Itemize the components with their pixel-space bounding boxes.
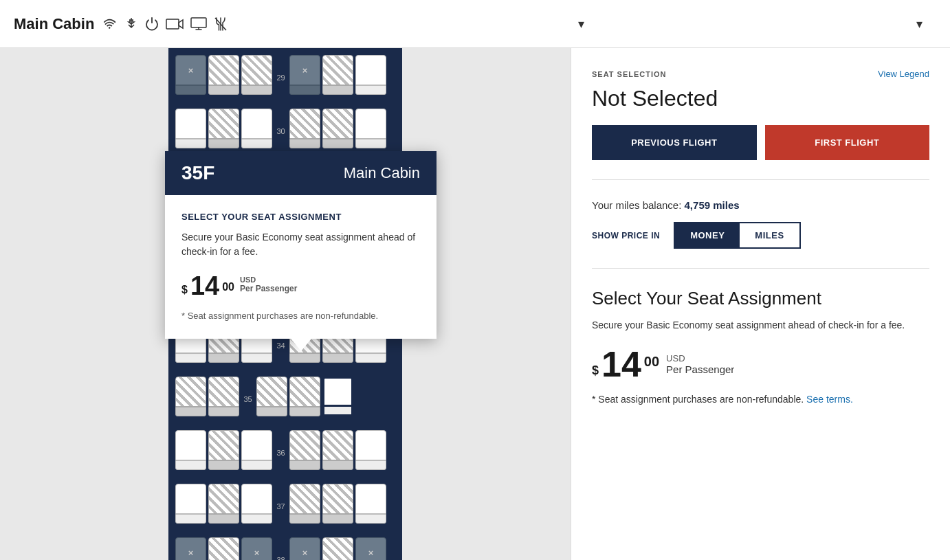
seats-right-30 (289, 109, 386, 148)
right-price-per: Per Passenger (666, 363, 734, 375)
svg-rect-0 (166, 19, 179, 29)
popup-price-cents: 00 (222, 281, 234, 293)
see-terms-link[interactable]: See terms. (806, 394, 853, 405)
seats-left-30 (175, 109, 272, 148)
seat-row-37: 37 (168, 477, 402, 530)
popup-description: Secure your Basic Economy seat assignmen… (181, 230, 420, 259)
show-price-label: SHOW PRICE IN (592, 231, 660, 240)
seat-map-container[interactable]: × 29 × (0, 48, 571, 560)
seat-35f[interactable] (322, 377, 353, 416)
seat-row-36: 36 (168, 423, 402, 477)
usb-icon (124, 16, 138, 32)
seat-36e[interactable] (322, 430, 353, 470)
seat-36c[interactable] (241, 430, 272, 470)
seat-37d[interactable] (289, 484, 320, 524)
seat-selection-label: SEAT SELECTION (592, 70, 667, 78)
miles-balance-value: 4,759 miles (685, 199, 740, 211)
popup-currency: USD (240, 276, 297, 284)
seat-38b[interactable] (208, 537, 239, 560)
seat-37e[interactable] (322, 484, 353, 524)
seat-36b[interactable] (208, 430, 239, 470)
seat-row-30: 30 (168, 102, 402, 155)
seat-row-29: × 29 × (168, 48, 402, 102)
aisle-35: 35 (239, 390, 256, 403)
wifi-icon (102, 16, 118, 32)
miles-section: Your miles balance: 4,759 miles SHOW PRI… (592, 199, 929, 269)
header: Main Cabin (0, 0, 950, 48)
seat-36a[interactable] (175, 430, 206, 470)
seat-35b[interactable] (208, 377, 239, 416)
header-left: Main Cabin (14, 15, 584, 33)
seat-selection-header: SEAT SELECTION View Legend (592, 69, 929, 79)
popup-note: * Seat assignment purchases are non-refu… (181, 310, 420, 322)
popup-cabin-type: Main Cabin (344, 164, 420, 182)
seat-36d[interactable] (289, 430, 320, 470)
seat-38f[interactable]: × (355, 537, 386, 560)
header-chevron-down[interactable]: ▾ (578, 16, 584, 32)
seat-29f[interactable] (355, 55, 386, 95)
right-panel: SEAT SELECTION View Legend Not Selected … (571, 48, 950, 560)
first-flight-button[interactable]: FIRST FLIGHT (765, 125, 930, 160)
aisle-29: 29 (272, 68, 289, 82)
seat-29d[interactable]: × (289, 55, 320, 95)
seat-37a[interactable] (175, 484, 206, 524)
seat-29a[interactable]: × (175, 55, 206, 95)
popup-price-display: $ 14 00 USD Per Passenger (181, 273, 420, 299)
seat-35a[interactable] (175, 377, 206, 416)
seat-30b[interactable] (208, 109, 239, 148)
seat-row-38: × × 38 × (168, 530, 402, 560)
seat-35d[interactable] (256, 377, 287, 416)
right-price-unit-block: 00 (644, 354, 659, 377)
previous-flight-button[interactable]: PREVIOUS FLIGHT (592, 125, 757, 160)
seat-29e[interactable] (322, 55, 353, 95)
right-price-cents: 00 (644, 354, 659, 370)
aisle-37: 37 (272, 497, 289, 511)
miles-balance-label: Your miles balance: (592, 199, 681, 211)
assignment-title: Select Your Seat Assignment (592, 288, 929, 309)
assignment-section: Select Your Seat Assignment Secure your … (592, 288, 929, 539)
header-right-chevron[interactable]: ▾ (916, 16, 923, 32)
seat-30a[interactable] (175, 109, 206, 148)
seat-38d[interactable]: × (289, 537, 320, 560)
right-price-display: $ 14 00 USD Per Passenger (592, 346, 929, 382)
seat-37f[interactable] (355, 484, 386, 524)
seats-right-37 (289, 484, 386, 524)
seat-38e[interactable] (322, 537, 353, 560)
aisle-38: 38 (272, 550, 289, 560)
main-content: × 29 × (0, 48, 950, 560)
monitor-icon (190, 16, 207, 32)
miles-balance: Your miles balance: 4,759 miles (592, 199, 929, 211)
popup-seat-number: 35F (181, 162, 214, 184)
amenities-icons (102, 16, 228, 32)
seat-30c[interactable] (241, 109, 272, 148)
right-price-dollar: $ (592, 363, 599, 378)
seats-left-35 (175, 377, 239, 416)
seat-37b[interactable] (208, 484, 239, 524)
seats-left-37 (175, 484, 272, 524)
no-food-icon (214, 16, 228, 32)
right-note: * Seat assignment purchases are non-refu… (592, 393, 929, 407)
money-toggle-button[interactable]: MONEY (675, 223, 740, 247)
seat-30e[interactable] (322, 109, 353, 148)
seat-38a[interactable]: × (175, 537, 206, 560)
seat-35e[interactable] (289, 377, 320, 416)
flight-buttons: PREVIOUS FLIGHT FIRST FLIGHT (592, 125, 929, 160)
seat-38c[interactable]: × (241, 537, 272, 560)
aisle-30: 30 (272, 122, 289, 135)
seat-29c[interactable] (241, 55, 272, 95)
seats-left-29: × (175, 55, 272, 95)
seat-selection-section: SEAT SELECTION View Legend Not Selected … (592, 69, 929, 180)
popup-arrow (291, 339, 311, 351)
seat-37c[interactable] (241, 484, 272, 524)
seat-36f[interactable] (355, 430, 386, 470)
price-toggle: MONEY MILES (674, 222, 800, 249)
miles-toggle-button[interactable]: MILES (740, 223, 799, 247)
seat-30d[interactable] (289, 109, 320, 148)
seats-right-29: × (289, 55, 386, 95)
seat-29b[interactable] (208, 55, 239, 95)
popup-per-passenger: Per Passenger (240, 284, 297, 293)
popup-body: SELECT YOUR SEAT ASSIGNMENT Secure your … (165, 195, 437, 339)
cabin-title: Main Cabin (14, 15, 94, 33)
seat-30f[interactable] (355, 109, 386, 148)
view-legend-link[interactable]: View Legend (878, 69, 929, 79)
